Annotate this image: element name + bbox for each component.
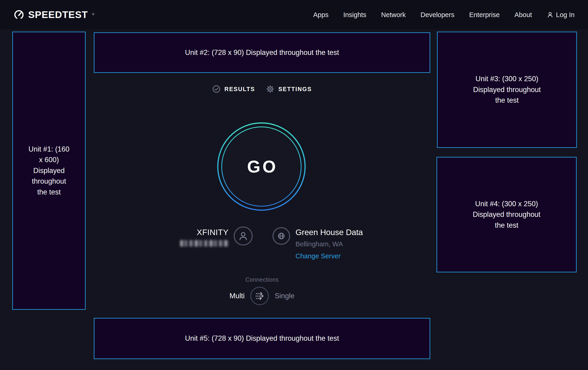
user-icon bbox=[547, 11, 554, 18]
tabs-row: RESULTS SETTINGS bbox=[94, 81, 430, 97]
tab-settings[interactable]: SETTINGS bbox=[266, 85, 312, 93]
isp-name: XFINITY bbox=[149, 228, 229, 237]
connections-heading: Connections bbox=[94, 276, 430, 283]
login-label: Log In bbox=[556, 11, 575, 19]
isp-info: XFINITY bbox=[149, 228, 229, 248]
go-button[interactable]: GO bbox=[216, 121, 307, 212]
nav-item-about[interactable]: About bbox=[514, 11, 532, 19]
ad-unit-4[interactable]: Unit #4: (300 x 250) Displayed throughou… bbox=[437, 157, 577, 272]
ad-unit-4-text: Unit #4: (300 x 250) Displayed throughou… bbox=[467, 199, 546, 231]
login-link[interactable]: Log In bbox=[547, 11, 575, 19]
nav-item-enterprise[interactable]: Enterprise bbox=[469, 11, 500, 19]
ad-unit-5-text: Unit #5: (728 x 90) Displayed throughout… bbox=[185, 333, 339, 344]
ad-unit-2[interactable]: Unit #2: (728 x 90) Displayed throughout… bbox=[94, 32, 430, 73]
nav-item-apps[interactable]: Apps bbox=[313, 11, 328, 19]
multi-connection-arrows-icon bbox=[251, 287, 268, 305]
nav-item-network[interactable]: Network bbox=[381, 11, 406, 19]
results-label: RESULTS bbox=[224, 86, 255, 92]
server-location: Bellingham, WA bbox=[296, 240, 375, 248]
settings-label: SETTINGS bbox=[278, 86, 312, 92]
server-badge[interactable] bbox=[273, 227, 290, 245]
globe-icon bbox=[273, 227, 289, 245]
ad-unit-5[interactable]: Unit #5: (728 x 90) Displayed throughout… bbox=[94, 318, 430, 359]
server-name: Green House Data bbox=[296, 228, 375, 237]
trademark-symbol: ® bbox=[92, 12, 94, 16]
brand-logo[interactable]: SPEEDTEST ® bbox=[13, 9, 94, 20]
tab-results[interactable]: RESULTS bbox=[212, 85, 255, 93]
speedometer-logo-icon bbox=[13, 9, 24, 20]
nav-item-insights[interactable]: Insights bbox=[343, 11, 366, 19]
connections-multi-option[interactable]: Multi bbox=[230, 292, 245, 300]
ad-unit-1[interactable]: Unit #1: (160 x 600) Displayed throughou… bbox=[12, 32, 86, 310]
main-nav: Apps Insights Network Developers Enterpr… bbox=[313, 11, 575, 19]
check-circle-icon bbox=[212, 85, 220, 93]
gear-icon bbox=[266, 85, 274, 93]
change-server-link[interactable]: Change Server bbox=[296, 252, 341, 260]
person-icon bbox=[235, 227, 252, 245]
ad-unit-2-text: Unit #2: (728 x 90) Displayed throughout… bbox=[185, 47, 339, 58]
connections-row: Multi Single bbox=[94, 287, 430, 305]
nav-item-developers[interactable]: Developers bbox=[420, 11, 454, 19]
ad-unit-3-text: Unit #3: (300 x 250) Displayed throughou… bbox=[468, 74, 546, 106]
server-info: Green House Data Bellingham, WA Change S… bbox=[296, 228, 375, 260]
connection-info: XFINITY Green House Data Bellingham, WA … bbox=[94, 227, 430, 260]
speedtest-page: SPEEDTEST ® Apps Insights Network Develo… bbox=[0, 0, 588, 370]
brand-name: SPEEDTEST bbox=[28, 9, 88, 20]
navbar: SPEEDTEST ® Apps Insights Network Develo… bbox=[0, 0, 588, 30]
connections-single-option[interactable]: Single bbox=[275, 292, 294, 300]
isp-badge[interactable] bbox=[234, 227, 253, 245]
connection-mode-toggle[interactable] bbox=[250, 287, 269, 305]
redacted-ip bbox=[180, 240, 229, 247]
ad-unit-3[interactable]: Unit #3: (300 x 250) Displayed throughou… bbox=[437, 32, 577, 148]
ad-unit-1-text: Unit #1: (160 x 600) Displayed throughou… bbox=[28, 144, 70, 198]
go-label: GO bbox=[216, 121, 307, 212]
